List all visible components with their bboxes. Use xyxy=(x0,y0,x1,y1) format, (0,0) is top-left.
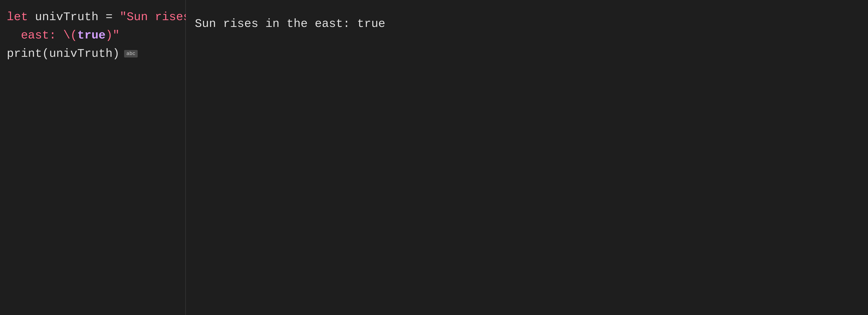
code-line-3: print(univTruth) abc xyxy=(7,46,185,62)
string-close: )" xyxy=(105,29,120,42)
bool-true: true xyxy=(77,29,105,42)
code-block: let univTruth = "Sun rises in the abc ea… xyxy=(7,9,185,62)
keyword-let: let xyxy=(7,10,28,24)
string-indent-east: east: \( xyxy=(7,29,77,42)
line-2-content: east: \(true)" xyxy=(7,27,120,44)
identifier-univtruth: univTruth = xyxy=(28,10,120,24)
editor-pane: let univTruth = "Sun rises in the abc ea… xyxy=(0,0,185,315)
print-call: print(univTruth) xyxy=(7,47,120,60)
output-text: Sun rises in the east: true xyxy=(195,16,868,32)
code-line-2: east: \(true)" xyxy=(7,27,185,44)
output-pane: Sun rises in the east: true xyxy=(186,0,868,315)
line-3-content: print(univTruth) xyxy=(7,46,120,62)
code-line-1: let univTruth = "Sun rises in the abc xyxy=(7,9,185,26)
output-badge-2: abc xyxy=(124,50,138,57)
